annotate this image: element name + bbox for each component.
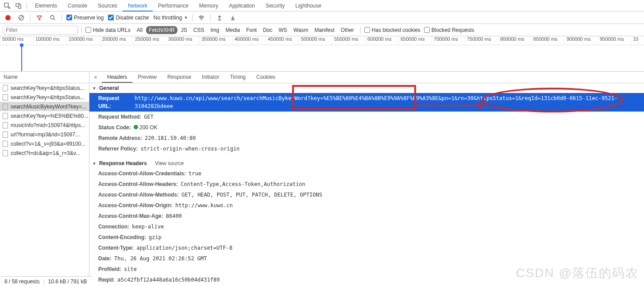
search-icon[interactable] — [48, 13, 57, 22]
separator — [81, 27, 82, 34]
request-row[interactable]: collect?v=1&_v=j93&a=99100... — [0, 139, 89, 148]
record-icon[interactable] — [4, 13, 12, 22]
request-row[interactable]: searchKey?key=&httpsStatus... — [0, 93, 89, 102]
request-row[interactable]: searchKey?key=&httpsStatus... — [0, 83, 89, 93]
panel-tab-sources[interactable]: Sources — [93, 1, 123, 11]
timeline-tick: 500000 ms — [299, 36, 332, 45]
panel-tab-application[interactable]: Application — [224, 1, 260, 11]
detail-tab-preview[interactable]: Preview — [132, 72, 162, 83]
has-blocked-cookies-checkbox[interactable]: Has blocked cookies — [364, 27, 420, 33]
response-header-row: Date:Thu, 26 Aug 2021 02:26:52 GMT — [89, 253, 644, 264]
response-header-row: Access-Control-Allow-Origin:http://www.k… — [89, 200, 644, 211]
file-icon — [3, 150, 8, 156]
upload-icon[interactable] — [215, 13, 224, 22]
view-source-link[interactable]: View source — [155, 160, 184, 166]
separator — [210, 14, 211, 21]
svg-line-7 — [54, 19, 55, 20]
detail-tab-timing[interactable]: Timing — [224, 72, 251, 83]
detail-tab-headers[interactable]: Headers — [102, 72, 132, 83]
filter-type-ws[interactable]: WS — [276, 26, 290, 34]
file-icon — [3, 104, 8, 110]
separator — [192, 14, 193, 21]
request-row[interactable]: url?format=mp3&rid=15097... — [0, 130, 89, 139]
filter-type-manifest[interactable]: Manifest — [312, 26, 337, 34]
filter-type-font[interactable]: Font — [243, 26, 259, 34]
disable-cache-checkbox[interactable]: Disable cache — [108, 15, 149, 21]
download-icon[interactable] — [228, 13, 237, 22]
timeline-tick: 400000 ms — [232, 36, 266, 45]
blocked-requests-checkbox[interactable]: Blocked Requests — [424, 27, 474, 33]
timeline-tick: 350000 ms — [199, 36, 232, 45]
svg-point-3 — [5, 15, 11, 20]
inspect-icon[interactable] — [2, 0, 12, 11]
detail-tab-response[interactable]: Response — [162, 72, 197, 83]
separator — [360, 27, 361, 34]
timeline-tick: 200000 ms — [100, 36, 133, 45]
request-detail: × HeadersPreviewResponseInitiatorTimingC… — [89, 72, 644, 283]
detail-tab-initiator[interactable]: Initiator — [197, 72, 224, 83]
response-header-row: Access-Control-Allow-Credentials:true — [89, 168, 644, 179]
request-row[interactable]: searchMusicBykeyWord?key=... — [0, 102, 89, 111]
detail-tabs: × HeadersPreviewResponseInitiatorTimingC… — [89, 72, 644, 83]
filter-bar: Hide data URLs AllFetch/XHRJSCSSImgMedia… — [0, 24, 644, 36]
request-row[interactable]: collect?t=dc&aip=1&_r=3&v... — [0, 148, 89, 158]
filter-input[interactable] — [3, 26, 78, 35]
filter-type-wasm[interactable]: Wasm — [291, 26, 311, 34]
clear-icon[interactable] — [17, 13, 26, 22]
request-name: searchKey?key=%E5%BE%80... — [11, 113, 88, 119]
request-url-row[interactable]: Request URL:http://www.kuwo.cn/api/www/s… — [89, 93, 644, 112]
timeline-tick: 800000 ms — [498, 36, 531, 45]
filter-type-other[interactable]: Other — [338, 26, 357, 34]
timeline-tick: 100000 ms — [33, 36, 66, 45]
general-section-toggle[interactable]: ▼General — [89, 83, 644, 93]
filter-type-css[interactable]: CSS — [191, 26, 207, 34]
request-name: searchKey?key=&httpsStatus... — [11, 85, 85, 91]
request-method-row: Request Method:GET — [89, 112, 644, 122]
network-toolbar: Preserve log Disable cache No throttling… — [0, 12, 644, 24]
panel-tab-elements[interactable]: Elements — [30, 1, 62, 11]
file-icon — [3, 85, 8, 91]
hide-data-urls-checkbox[interactable]: Hide data URLs — [85, 27, 131, 33]
name-column-header[interactable]: Name — [0, 72, 89, 83]
panel-tab-lighthouse[interactable]: Lighthouse — [290, 1, 327, 11]
panel-tab-network[interactable]: Network — [123, 1, 153, 12]
filter-type-doc[interactable]: Doc — [260, 26, 275, 34]
timeline-tick: 450000 ms — [266, 36, 299, 45]
request-name: collect?v=1&_v=j93&a=99100... — [11, 141, 85, 147]
detail-tab-cookies[interactable]: Cookies — [251, 72, 281, 83]
close-icon[interactable]: × — [91, 74, 100, 81]
timeline-tick: 550000 ms — [332, 36, 365, 45]
status-bar: 8 / 58 requests|10.6 kB / 791 kB — [0, 276, 92, 286]
wifi-icon[interactable] — [197, 13, 206, 22]
request-row[interactable]: searchKey?key=%E5%BE%80... — [0, 111, 89, 120]
timeline-tick: 650000 ms — [398, 36, 432, 45]
response-headers-toggle[interactable]: ▼Response HeadersView source — [89, 158, 644, 168]
remote-address-row: Remote Address:220.181.59.40:80 — [89, 133, 644, 143]
panel-tab-console[interactable]: Console — [62, 1, 93, 11]
timeline-tick: 900000 ms — [564, 36, 598, 45]
filter-type-fetch-xhr[interactable]: Fetch/XHR — [146, 26, 177, 34]
preserve-log-checkbox[interactable]: Preserve log — [66, 15, 104, 21]
timeline-tick: 150000 ms — [66, 36, 100, 45]
response-header-row: Content-Encoding:gzip — [89, 232, 644, 243]
response-header-row: Access-Control-Allow-Headers:Content-Typ… — [89, 179, 644, 189]
filter-type-js[interactable]: JS — [178, 26, 190, 34]
timeline-tick: 300000 ms — [166, 36, 199, 45]
panel-tab-performance[interactable]: Performance — [153, 1, 194, 11]
panel-tab-security[interactable]: Security — [260, 1, 290, 11]
filter-type-media[interactable]: Media — [223, 26, 243, 34]
panel-tab-memory[interactable]: Memory — [194, 1, 224, 11]
response-header-row: Profileid:site — [89, 264, 644, 274]
filter-type-all[interactable]: All — [134, 26, 145, 34]
filter-type-img[interactable]: Img — [208, 26, 222, 34]
timeline-tick: 50000 ms — [0, 36, 33, 45]
response-header-row: Reqid:a5c42fbf12a448a6a16c50b04d431f89 — [89, 274, 644, 283]
throttling-select[interactable]: No throttling▼ — [154, 15, 188, 21]
response-header-row: Access-Control-Allow-Methods:GET, HEAD, … — [89, 189, 644, 200]
filter-icon[interactable] — [35, 13, 44, 22]
request-row[interactable]: musicInfo?mid=150974&https... — [0, 120, 89, 130]
request-name: url?format=mp3&rid=15097... — [11, 131, 80, 138]
timeline-overview[interactable]: 50000 ms100000 ms150000 ms200000 ms25000… — [0, 36, 644, 72]
device-toggle-icon[interactable] — [13, 0, 24, 11]
timeline-tick: 950000 ms — [598, 36, 631, 45]
